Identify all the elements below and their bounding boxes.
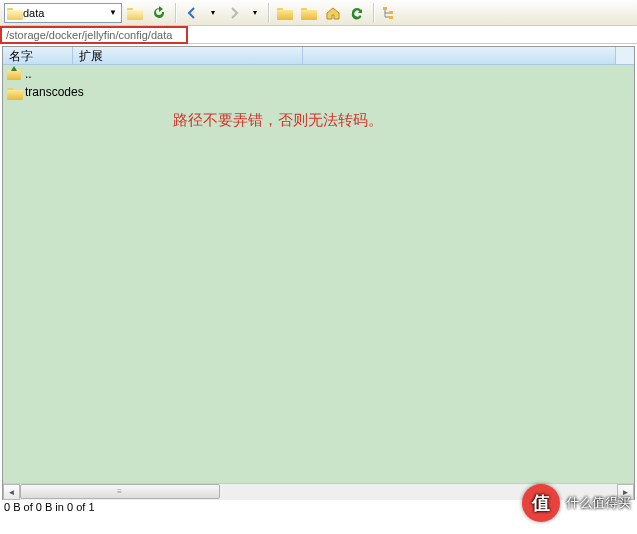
column-end — [616, 47, 634, 64]
folder-button-2[interactable] — [298, 2, 320, 24]
address-input[interactable] — [23, 7, 103, 19]
folder-open-icon — [127, 6, 143, 20]
path-bar[interactable]: /storage/docker/jellyfin/config/data — [0, 26, 188, 44]
back-history-dropdown[interactable]: ▾ — [205, 4, 221, 22]
dropdown-icon[interactable]: ▼ — [107, 4, 119, 22]
open-dir-button[interactable] — [124, 2, 146, 24]
refresh-button[interactable] — [148, 2, 170, 24]
arrow-left-icon — [184, 5, 200, 21]
svg-rect-2 — [389, 16, 393, 19]
path-text: /storage/docker/jellyfin/config/data — [6, 29, 172, 41]
folder-name: transcodes — [25, 85, 84, 99]
refresh-list-button[interactable] — [346, 2, 368, 24]
svg-rect-1 — [389, 11, 393, 14]
column-spacer — [303, 47, 616, 64]
refresh-icon — [349, 5, 365, 21]
scroll-left-button[interactable]: ◄ — [3, 484, 20, 500]
list-item[interactable]: transcodes — [3, 83, 634, 101]
forward-button[interactable] — [223, 2, 245, 24]
status-text: 0 B of 0 B in 0 of 1 — [4, 501, 95, 513]
back-button[interactable] — [181, 2, 203, 24]
annotation-text: 路径不要弄错，否则无法转码。 — [173, 111, 383, 130]
column-headers: 名字 扩展 — [3, 47, 634, 65]
toolbar: ▼ ▾ ▾ — [0, 0, 637, 26]
parent-dir-label: .. — [25, 67, 32, 81]
arrow-right-icon — [226, 5, 242, 21]
separator — [268, 3, 269, 23]
separator — [373, 3, 374, 23]
folder-icon — [277, 6, 293, 20]
home-icon — [325, 5, 341, 21]
tree-icon — [382, 5, 398, 21]
folder-icon — [301, 6, 317, 20]
address-bar[interactable]: ▼ — [4, 3, 122, 23]
watermark-badge: 值 — [522, 484, 560, 522]
folder-icon — [7, 86, 21, 98]
tree-button[interactable] — [379, 2, 401, 24]
path-bar-rest — [188, 26, 637, 44]
folder-open-icon — [7, 6, 19, 20]
refresh-icon — [151, 5, 167, 21]
column-ext[interactable]: 扩展 — [73, 47, 303, 64]
forward-history-dropdown[interactable]: ▾ — [247, 4, 263, 22]
file-list: 名字 扩展 .. transcodes 路径不要弄错，否则无法转码。 ◄ ≡ ► — [2, 46, 635, 500]
separator — [175, 3, 176, 23]
svg-rect-0 — [383, 7, 387, 10]
file-list-body[interactable]: .. transcodes 路径不要弄错，否则无法转码。 — [3, 65, 634, 483]
scroll-thumb[interactable]: ≡ — [20, 484, 220, 499]
folder-up-icon — [7, 68, 21, 80]
home-button[interactable] — [322, 2, 344, 24]
column-name[interactable]: 名字 — [3, 47, 73, 64]
parent-dir-row[interactable]: .. — [3, 65, 634, 83]
watermark: 值 什么值得买 — [522, 484, 631, 522]
folder-button-1[interactable] — [274, 2, 296, 24]
watermark-text: 什么值得买 — [566, 494, 631, 512]
